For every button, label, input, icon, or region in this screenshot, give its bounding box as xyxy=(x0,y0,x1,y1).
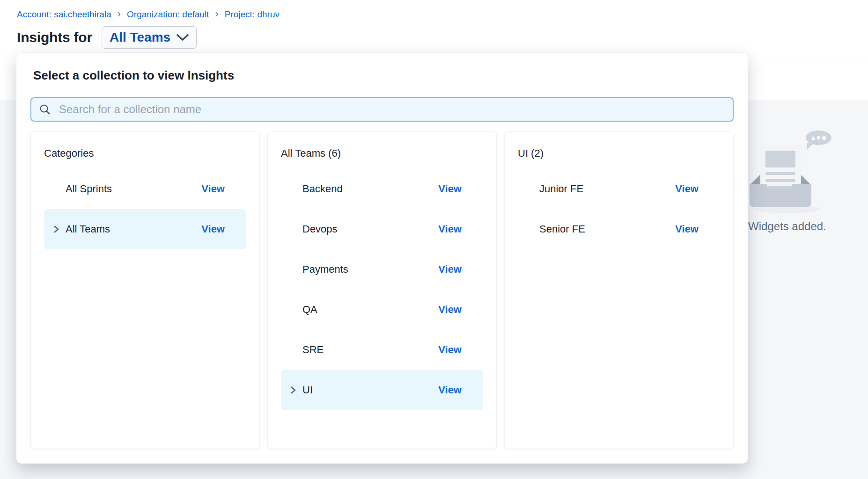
view-link[interactable]: View xyxy=(438,183,462,195)
column-header: All Teams (6) xyxy=(281,147,483,160)
breadcrumb-link[interactable]: Organization: default xyxy=(127,9,209,20)
view-link[interactable]: View xyxy=(438,223,462,235)
collection-dropdown-button[interactable]: All Teams xyxy=(102,26,197,49)
collection-name: Backend xyxy=(302,183,343,195)
collection-row[interactable]: Senior FEView xyxy=(518,209,720,249)
chevron-right-icon xyxy=(52,225,66,234)
collection-name: All Sprints xyxy=(66,183,112,195)
view-link[interactable]: View xyxy=(438,344,462,356)
view-link[interactable]: View xyxy=(675,223,699,235)
collection-dropdown-label: All Teams xyxy=(110,30,170,45)
breadcrumb-separator: › xyxy=(118,9,121,19)
collection-column: All Teams (6)BackendViewDevopsViewPaymen… xyxy=(267,131,497,449)
view-link[interactable]: View xyxy=(438,304,462,316)
search-input[interactable] xyxy=(58,102,725,116)
collection-name: UI xyxy=(302,384,313,396)
collection-name: QA xyxy=(302,304,317,316)
empty-state: Widgets added. xyxy=(747,129,868,236)
collection-column: CategoriesAll SprintsViewAll TeamsView xyxy=(30,131,260,449)
view-link[interactable]: View xyxy=(201,223,225,235)
column-header: Categories xyxy=(44,147,246,160)
page-title: Insights for xyxy=(17,29,92,45)
breadcrumb-link[interactable]: Account: sai.cheethirala xyxy=(17,9,111,20)
collection-row[interactable]: Junior FEView xyxy=(518,169,720,209)
view-link[interactable]: View xyxy=(675,183,699,195)
column-header: UI (2) xyxy=(518,147,720,160)
collection-picker-modal: Select a collection to view Insights Cat… xyxy=(16,53,748,464)
collection-row[interactable]: BackendView xyxy=(281,169,483,209)
collection-row[interactable]: UIView xyxy=(281,370,483,410)
collection-name: Senior FE xyxy=(539,223,585,235)
speech-bubble-icon xyxy=(806,131,831,145)
collection-row[interactable]: DevopsView xyxy=(281,209,483,249)
collection-name: Junior FE xyxy=(539,183,583,195)
search-box xyxy=(30,97,734,122)
chevron-down-icon xyxy=(177,34,189,41)
modal-title: Select a collection to view Insights xyxy=(33,68,234,83)
collection-columns: CategoriesAll SprintsViewAll TeamsViewAl… xyxy=(30,131,734,449)
breadcrumb: Account: sai.cheethirala›Organization: d… xyxy=(17,9,280,20)
collection-name: SRE xyxy=(302,344,324,356)
collection-name: Devops xyxy=(302,223,338,235)
breadcrumb-link[interactable]: Project: dhruv xyxy=(225,9,280,20)
collection-name: All Teams xyxy=(66,223,110,235)
chevron-right-icon xyxy=(289,385,302,395)
view-link[interactable]: View xyxy=(201,183,225,195)
collection-name: Payments xyxy=(302,263,348,276)
page-heading-row: Insights for All Teams xyxy=(17,26,197,49)
inbox-tray-illustration xyxy=(750,189,811,207)
view-link[interactable]: View xyxy=(438,384,462,396)
collection-row[interactable]: All TeamsView xyxy=(44,209,246,249)
empty-state-text: Widgets added. xyxy=(748,220,826,233)
search-icon xyxy=(39,103,51,116)
view-link[interactable]: View xyxy=(438,263,462,276)
collection-row[interactable]: QAView xyxy=(281,290,483,330)
collection-column: UI (2)Junior FEViewSenior FEView xyxy=(504,131,734,449)
collection-row[interactable]: SREView xyxy=(281,330,483,370)
collection-row[interactable]: All SprintsView xyxy=(44,169,246,209)
collection-row[interactable]: PaymentsView xyxy=(281,249,483,290)
breadcrumb-separator: › xyxy=(215,9,218,19)
